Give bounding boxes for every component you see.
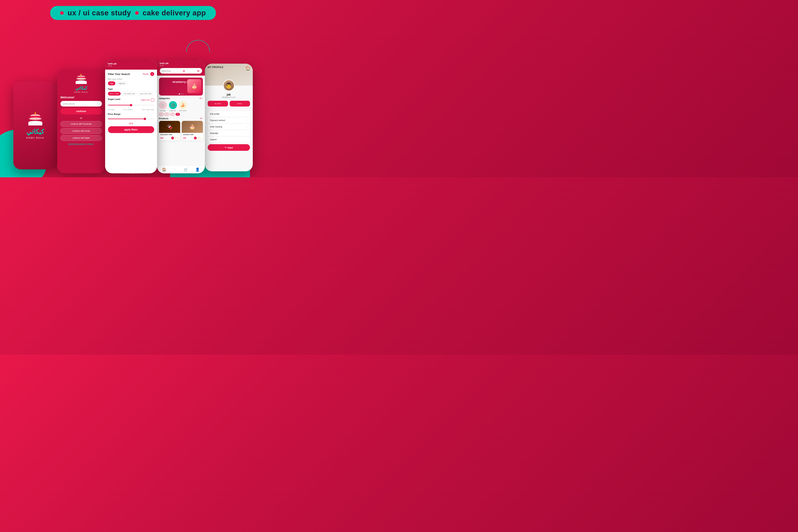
tag-chocolate-cake[interactable]: Chocolate Cake [122, 92, 137, 96]
chevron-support: › [247, 138, 247, 140]
price-slider[interactable] [108, 117, 154, 121]
home-icon[interactable]: 🏠 [245, 66, 250, 71]
logout-btn[interactable]: ↪ logut [208, 144, 250, 151]
svg-point-13 [76, 78, 86, 80]
rating-2[interactable]: ★2 [159, 113, 164, 116]
filter-actions: Reset ✕ [143, 72, 154, 76]
profile-menu: Edit profile › Payment method › order tr… [205, 111, 253, 142]
tag-choc-cake[interactable]: Choc... Cake [108, 92, 121, 96]
cat-cream-label: extra cream [179, 110, 187, 111]
nav-heart-icon[interactable]: ♡ [174, 167, 177, 172]
signup-link[interactable]: sign up [88, 143, 94, 145]
dot-2 [183, 94, 183, 94]
dotted-arc-right [186, 40, 210, 52]
filter-close-btn[interactable]: ✕ [150, 72, 154, 76]
welcome-text: Welcome! [60, 96, 75, 99]
filter-icon[interactable]: ⊞ [197, 69, 200, 72]
high-sugar-label: 100 % high sugar [141, 109, 154, 111]
svg-point-17 [80, 74, 81, 75]
filter-title-row: Filter Your Search Reset ✕ [108, 72, 154, 76]
logout-label: logut [228, 147, 233, 149]
tag-eggless[interactable]: egg less [116, 81, 128, 86]
promo-banner: 🎂 strawberry cake [159, 78, 203, 96]
phone4-search-bar[interactable]: searching ⊗ ⊞ [160, 68, 202, 74]
menu-payment[interactable]: Payment method › [208, 118, 250, 123]
product-choc-price: 25$ [160, 137, 164, 139]
slider-thumb[interactable] [130, 104, 132, 106]
sugar-free-toggle[interactable] [151, 98, 154, 101]
cat-marriage-icon: 💍 [159, 101, 167, 109]
chevron-edit: › [247, 113, 247, 115]
watermark-arabic: موستاقل [125, 167, 141, 171]
gmail-btn[interactable]: continue with Gmail [60, 128, 102, 134]
rating-4[interactable]: ★4 [170, 113, 175, 116]
product-caramel: 🎂 Caramel Cake 25$ + ★ 4.3 [182, 121, 203, 140]
rating-filters: ★2 ★3 ★4 ★5 [157, 113, 205, 116]
phone4-greeting: hello jak [160, 62, 202, 64]
rating-3[interactable]: ★3 [165, 113, 169, 116]
nav-home-icon[interactable]: 🏠 [162, 167, 166, 172]
facebook-btn[interactable]: continue with Facebook [60, 121, 102, 127]
search-icon[interactable]: ⊗ [183, 69, 185, 72]
nav-cart-icon[interactable]: 🛒 [184, 167, 188, 172]
price-slider-thumb[interactable] [144, 118, 146, 120]
avatar-img: 👨 [224, 80, 234, 91]
bottom-nav: 🏠 ♡ 🛒 👤 [157, 166, 205, 173]
menu-language[interactable]: language › [208, 131, 250, 136]
product-choc-img: 🍫 [159, 121, 180, 133]
add-caram-btn[interactable]: + [194, 137, 197, 139]
mid-sugar-label: 50 % medium [123, 109, 133, 111]
profile-title: MY PROFILE [208, 65, 224, 69]
phone-input-field[interactable]: enter phone [60, 101, 102, 107]
chevron-tracking: › [247, 126, 247, 128]
banner-title-2: cake delivery app [142, 9, 206, 17]
tag-sugarfree-cake[interactable]: Sugrr Free Cake [138, 92, 153, 96]
cake-type-tags: Choc... Cake Chocolate Cake Sugrr Free C… [108, 92, 154, 96]
cat-marriage[interactable]: 💍 marriage [159, 101, 167, 111]
dot-active [178, 94, 180, 94]
products-all[interactable]: all> [200, 117, 203, 120]
price-range-label: Price Range [108, 113, 154, 115]
product-caram-meta: + ★ 4.3 [194, 137, 201, 139]
cake-logo-svg [26, 112, 44, 128]
product-caram-info: Caramel Cake [182, 133, 203, 136]
svg-point-6 [31, 123, 33, 125]
title-dot-1 [60, 11, 64, 15]
product-caram-name: Caramel Cake [183, 134, 202, 135]
add-choc-btn[interactable]: + [171, 137, 174, 139]
price-value: 80 $ [108, 122, 154, 125]
menu-edit-profile[interactable]: Edit profile › [208, 111, 250, 117]
apple-btn[interactable]: continue with Apple [60, 135, 102, 141]
phone3-user-info: hello jak 13 st [108, 62, 117, 67]
menu-tracking[interactable]: order tracking › [208, 124, 250, 130]
apply-filters-btn[interactable]: apply filters [108, 126, 154, 133]
nav-profile-icon[interactable]: 👤 [195, 167, 200, 172]
cat-cream[interactable]: 🍰 extra cream [179, 101, 187, 111]
phone-signin: كيكاتي kikãti Store Welcome! enter phone… [57, 70, 105, 173]
filter-reset-btn[interactable]: Reset [143, 73, 149, 75]
all-orders-btn[interactable]: all orders [208, 101, 228, 107]
location-btn[interactable]: loction [230, 101, 250, 107]
phone4-points: 13 st [160, 64, 202, 66]
continue-button[interactable]: continue [60, 108, 102, 114]
or-divider: or [80, 116, 82, 119]
menu-support[interactable]: support › [208, 137, 250, 142]
title-dot-2 [135, 11, 139, 15]
phone5-header: MY PROFILE 🏠 👨 [205, 64, 253, 86]
cat-sugarfree[interactable]: 🚫 sugar free [169, 101, 177, 111]
svg-rect-5 [28, 122, 42, 126]
product-choc-info: Chocolate Cake [159, 133, 180, 136]
slider-labels: low sugar 50 % medium 100 % high sugar [108, 109, 154, 111]
caram-rating: ★ 4.3 [197, 137, 201, 139]
type-section-title: Type [108, 88, 154, 90]
chevron-payment: › [247, 119, 247, 121]
watermark-english: mostaql.com [125, 171, 141, 174]
rating-5[interactable]: ★5 [175, 113, 180, 116]
title-banner: ux / ui case study cake delivery app [50, 6, 216, 20]
tag-egg[interactable]: egg [108, 81, 115, 86]
sugar-toggle[interactable]: Sugar Free [141, 98, 154, 101]
sugar-slider[interactable] [108, 103, 154, 107]
logout-icon: ↪ [225, 146, 226, 149]
product-chocolate: 🍫 Chocolate Cake 25$ + ★ 4.3 [159, 121, 180, 140]
categories-all[interactable]: all > [200, 97, 203, 99]
